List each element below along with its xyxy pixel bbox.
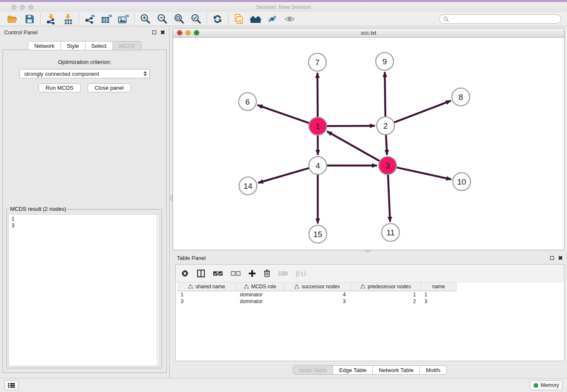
export-table-button[interactable] xyxy=(98,13,115,25)
network-graph[interactable]: 7968124314101511 xyxy=(173,38,564,250)
table-row[interactable]: 1 dominator 4 1 1 xyxy=(177,291,457,298)
graph-edge-1-6[interactable] xyxy=(258,105,309,123)
task-history-button[interactable] xyxy=(4,380,19,390)
zoom-fit-button[interactable] xyxy=(171,13,187,25)
delete-column-icon[interactable] xyxy=(264,269,270,277)
graph-edge-2-8[interactable] xyxy=(394,101,451,122)
save-session-button[interactable] xyxy=(21,13,38,25)
graph-node-7[interactable]: 7 xyxy=(308,53,326,71)
show-column-panel-icon[interactable] xyxy=(197,269,205,278)
network-canvas[interactable]: 7968124314101511 xyxy=(173,38,564,250)
export-network-button[interactable] xyxy=(81,13,98,25)
graph-edge-3-10[interactable] xyxy=(396,168,451,179)
table-row[interactable]: 3 dominator 3 2 3 xyxy=(177,298,457,305)
graph-node-15[interactable]: 15 xyxy=(309,225,327,243)
zoom-selected-icon xyxy=(190,14,201,25)
show-all-button[interactable] xyxy=(281,13,298,25)
graph-node-3[interactable]: 3 xyxy=(379,157,396,174)
graph-node-label: 9 xyxy=(383,57,387,66)
float-panel-icon[interactable] xyxy=(550,256,554,260)
function-builder-icon[interactable]: f(x) xyxy=(296,269,306,278)
control-panel: Control Panel ✖ Network Style Select MCD… xyxy=(0,26,169,378)
column-settings-gear-icon[interactable] xyxy=(181,269,189,278)
zoom-selected-button[interactable] xyxy=(187,13,204,25)
graph-edge-1-7[interactable] xyxy=(317,73,318,117)
float-panel-icon[interactable] xyxy=(152,30,156,34)
main-toolbar xyxy=(0,12,567,26)
select-stepper-icon xyxy=(143,71,147,76)
export-image-button[interactable] xyxy=(115,13,132,25)
column-header-name[interactable]: name xyxy=(421,282,457,291)
tab-network[interactable]: Network xyxy=(28,41,61,50)
close-panel-icon[interactable]: ✖ xyxy=(160,30,165,34)
zoom-out-button[interactable] xyxy=(154,13,171,25)
mcds-result-scrollbar[interactable] xyxy=(157,215,160,366)
tab-mcds[interactable]: MCDS xyxy=(113,41,141,50)
duplicate-network-button[interactable] xyxy=(231,13,248,25)
graph-node-label: 7 xyxy=(315,58,320,67)
cell-predecessor-nodes[interactable]: 2 xyxy=(351,298,421,305)
add-column-icon[interactable] xyxy=(248,270,256,277)
zoom-in-button[interactable] xyxy=(137,13,154,25)
close-panel-button[interactable]: Close panel xyxy=(88,83,131,92)
tab-select[interactable]: Select xyxy=(85,41,113,50)
column-header-mcds-role[interactable]: MCDS role xyxy=(237,282,284,291)
graph-node-11[interactable]: 11 xyxy=(382,224,399,241)
import-network-button[interactable] xyxy=(43,13,60,25)
network-search-field[interactable] xyxy=(439,14,561,24)
graph-edge-4-14[interactable] xyxy=(258,168,309,183)
graph-node-9[interactable]: 9 xyxy=(376,52,394,70)
network-view-window: × − + scc.txt 7968124314101511 xyxy=(173,28,564,250)
graph-edge-2-3[interactable] xyxy=(386,135,387,155)
first-neighbors-button[interactable] xyxy=(248,13,264,25)
cell-name[interactable]: 1 xyxy=(421,291,457,298)
attribute-icon xyxy=(295,284,299,289)
cell-mcds-role[interactable]: dominator xyxy=(237,291,284,298)
cell-successor-nodes[interactable]: 3 xyxy=(284,298,351,305)
tab-node-table[interactable]: Node Table xyxy=(293,365,333,375)
network-window-titlebar[interactable]: × − + scc.txt xyxy=(173,28,564,38)
graph-node-14[interactable]: 14 xyxy=(239,177,257,195)
graph-node-6[interactable]: 6 xyxy=(239,93,256,110)
close-panel-icon[interactable]: ✖ xyxy=(558,256,563,260)
open-session-button[interactable] xyxy=(4,13,21,25)
graph-edge-1-2[interactable] xyxy=(327,126,375,126)
graph-edge-3-1[interactable] xyxy=(327,131,380,161)
unselect-all-columns-icon[interactable] xyxy=(231,271,241,276)
attribute-icon xyxy=(361,284,365,289)
open-session-icon xyxy=(7,14,18,24)
graph-edge-2-9[interactable] xyxy=(385,72,385,116)
tab-style[interactable]: Style xyxy=(61,41,85,50)
cell-shared-name[interactable]: 3 xyxy=(177,298,237,305)
cell-predecessor-nodes[interactable]: 1 xyxy=(351,291,421,298)
graph-node-1[interactable]: 1 xyxy=(309,117,327,135)
cell-mcds-role[interactable]: dominator xyxy=(237,298,284,305)
search-input[interactable] xyxy=(451,16,557,22)
column-header-successor-nodes[interactable]: successor nodes xyxy=(284,282,351,291)
refresh-button[interactable] xyxy=(209,13,226,25)
hide-selected-button[interactable] xyxy=(264,13,281,25)
tab-edge-table[interactable]: Edge Table xyxy=(333,365,372,375)
graph-node-8[interactable]: 8 xyxy=(452,88,470,106)
graph-node-2[interactable]: 2 xyxy=(377,117,394,135)
mcds-result-text[interactable]: 1 3 xyxy=(8,214,160,366)
save-session-icon xyxy=(25,14,34,24)
tab-motifs[interactable]: Motifs xyxy=(419,365,447,375)
delete-table-icon[interactable] xyxy=(278,270,288,277)
cell-successor-nodes[interactable]: 4 xyxy=(284,291,351,298)
cell-name[interactable]: 3 xyxy=(421,298,457,305)
cell-shared-name[interactable]: 1 xyxy=(177,291,237,298)
splitter-grip[interactable] xyxy=(365,251,370,252)
graph-node-10[interactable]: 10 xyxy=(453,173,471,190)
tab-network-table[interactable]: Network Table xyxy=(372,365,419,375)
column-header-shared-name[interactable]: shared name xyxy=(177,282,237,291)
memory-button[interactable]: Memory xyxy=(530,380,563,390)
run-mcds-button[interactable]: Run MCDS xyxy=(39,83,81,92)
vertical-splitter[interactable] xyxy=(169,26,173,378)
select-all-columns-icon[interactable] xyxy=(213,271,223,276)
import-table-button[interactable] xyxy=(60,13,77,25)
graph-node-4[interactable]: 4 xyxy=(309,157,327,174)
column-header-predecessor-nodes[interactable]: predecessor nodes xyxy=(351,282,421,291)
criterion-select[interactable]: strongly connected component xyxy=(19,69,150,78)
graph-edge-3-11[interactable] xyxy=(388,175,390,222)
